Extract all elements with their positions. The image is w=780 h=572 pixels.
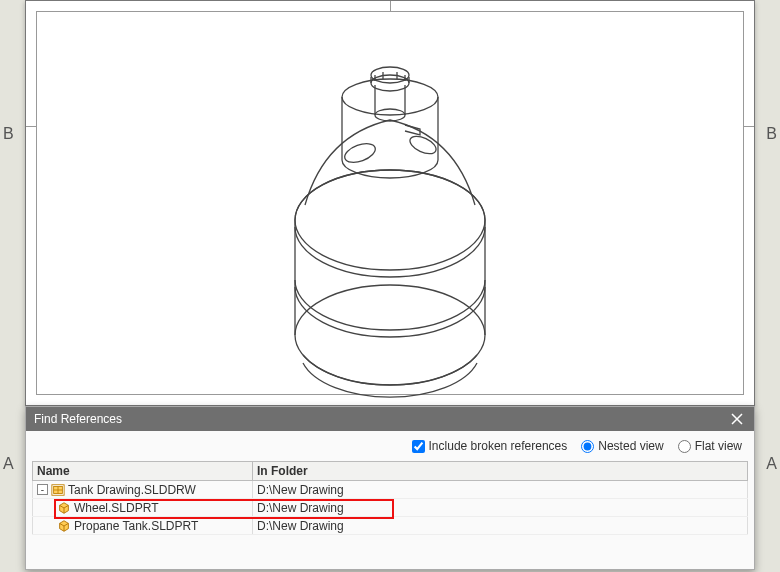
dialog-options-row: Include broken references Nested view Fl…: [26, 431, 754, 461]
zone-divider-right: [744, 126, 754, 127]
col-header-folder[interactable]: In Folder: [253, 462, 748, 481]
close-icon[interactable]: [728, 410, 746, 428]
part-file-icon: [57, 519, 71, 533]
svg-point-1: [295, 170, 485, 270]
zone-label-left-b: B: [3, 125, 14, 143]
nested-view-label: Nested view: [598, 439, 663, 453]
file-name-label: Tank Drawing.SLDDRW: [68, 483, 196, 497]
drawing-canvas-bg: B A B A 2 1: [0, 0, 780, 572]
flat-view-label: Flat view: [695, 439, 742, 453]
svg-point-4: [407, 133, 438, 158]
table-row[interactable]: -Tank Drawing.SLDDRWD:\New Drawing: [33, 481, 748, 499]
zone-label-right-b: B: [766, 125, 777, 143]
flat-view-input[interactable]: [678, 440, 691, 453]
flat-view-radio[interactable]: Flat view: [678, 439, 742, 453]
folder-path-label: D:\New Drawing: [253, 517, 748, 535]
find-references-dialog: Find References Include broken reference…: [25, 406, 755, 570]
part-file-icon: [57, 501, 71, 515]
include-broken-input[interactable]: [412, 440, 425, 453]
zone-label-left-a: A: [3, 455, 14, 473]
col-header-name[interactable]: Name: [33, 462, 253, 481]
table-header-row: Name In Folder: [33, 462, 748, 481]
table-row[interactable]: Wheel.SLDPRTD:\New Drawing: [33, 499, 748, 517]
propane-tank-svg: [275, 55, 505, 415]
folder-path-label: D:\New Drawing: [253, 499, 748, 517]
nested-view-radio[interactable]: Nested view: [581, 439, 663, 453]
zone-divider-left: [26, 126, 36, 127]
include-broken-checkbox[interactable]: Include broken references: [412, 439, 568, 453]
nested-view-input[interactable]: [581, 440, 594, 453]
zone-label-right-a: A: [766, 455, 777, 473]
drawing-view-propane-tank[interactable]: [275, 55, 505, 415]
drawing-sheet[interactable]: 2 1: [25, 0, 755, 406]
folder-path-label: D:\New Drawing: [253, 481, 748, 499]
include-broken-label: Include broken references: [429, 439, 568, 453]
table-row[interactable]: Propane Tank.SLDPRTD:\New Drawing: [33, 517, 748, 535]
dialog-title-text: Find References: [34, 407, 122, 431]
dialog-titlebar[interactable]: Find References: [26, 407, 754, 431]
file-name-label: Propane Tank.SLDPRT: [74, 519, 198, 533]
tree-toggle-icon[interactable]: -: [37, 484, 48, 495]
drawing-file-icon: [51, 483, 65, 497]
file-name-label: Wheel.SLDPRT: [74, 501, 158, 515]
references-table: Name In Folder -Tank Drawing.SLDDRWD:\Ne…: [32, 461, 748, 535]
svg-point-3: [342, 140, 378, 166]
references-table-wrap: Name In Folder -Tank Drawing.SLDDRWD:\Ne…: [26, 461, 754, 535]
zone-divider-top: [390, 1, 391, 11]
